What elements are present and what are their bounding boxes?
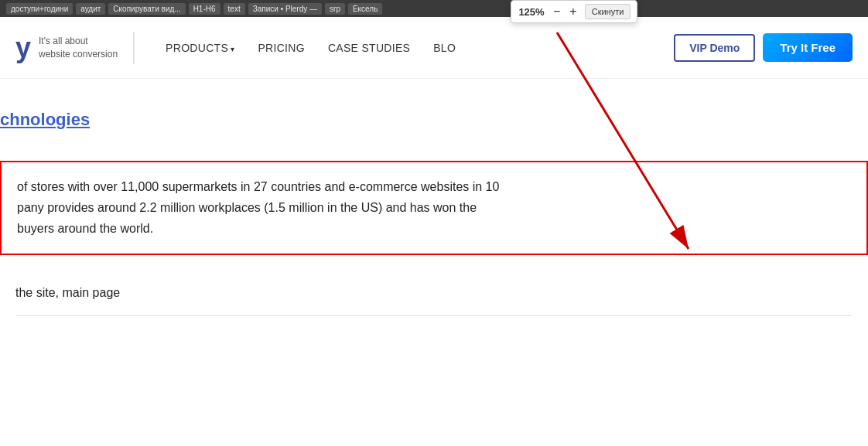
technologies-link[interactable]: chnologies <box>0 110 90 129</box>
footer-text-section: the site, main page <box>0 271 868 332</box>
toolbar-item[interactable]: Записи • Plerdy — <box>248 3 322 15</box>
highlight-line-3: buyers around the world. <box>17 218 851 239</box>
toolbar-item[interactable]: доступи+години <box>6 3 73 15</box>
try-it-free-button[interactable]: Try It Free <box>763 33 853 62</box>
footer-divider <box>15 315 853 316</box>
nav-buttons: VIP Demo Try It Free <box>674 33 853 62</box>
nav-links: PRODUCTS PRICING CASE STUDIES BLO <box>166 42 674 54</box>
zoom-reset-button[interactable]: Скинути <box>585 4 631 19</box>
page-content: chnologies of stores with over 11,000 su… <box>0 79 868 332</box>
nav-link-pricing[interactable]: PRICING <box>258 42 304 54</box>
toolbar-item[interactable]: text <box>224 3 245 15</box>
highlight-box: of stores with over 11,000 supermarkets … <box>0 161 868 255</box>
browser-toolbar: доступи+години аудит Скопирувати вид... … <box>0 0 868 17</box>
toolbar-item[interactable]: Ексель <box>348 3 382 15</box>
tech-section: chnologies <box>0 79 868 145</box>
logo-letter: y <box>15 32 31 64</box>
zoom-value: 125% <box>518 6 545 18</box>
logo-area: y It's all about website conversion <box>15 32 135 64</box>
nav-link-products[interactable]: PRODUCTS <box>166 42 234 54</box>
nav-link-blog[interactable]: BLO <box>433 42 456 54</box>
toolbar-item[interactable]: Н1-Н6 <box>189 3 220 15</box>
logo-line2: website conversion <box>39 48 118 61</box>
toolbar-item[interactable]: srp <box>325 3 345 15</box>
nav-link-case-studies[interactable]: CASE STUDIES <box>328 42 410 54</box>
navigation-bar: y It's all about website conversion PROD… <box>0 17 868 79</box>
footer-text: the site, main page <box>15 286 120 299</box>
highlight-line-2: pany provides around 2.2 million workpla… <box>17 197 851 218</box>
zoom-popup: 125% − + Скинути <box>511 0 637 23</box>
zoom-plus-button[interactable]: + <box>568 5 578 18</box>
toolbar-item[interactable]: аудит <box>76 3 105 15</box>
highlight-line-1: of stores with over 11,000 supermarkets … <box>17 176 851 197</box>
zoom-minus-button[interactable]: − <box>552 5 562 18</box>
logo-text: It's all about website conversion <box>39 35 118 61</box>
toolbar-item[interactable]: Скопирувати вид... <box>108 3 185 15</box>
vip-demo-button[interactable]: VIP Demo <box>674 34 755 62</box>
logo-line1: It's all about <box>39 35 118 48</box>
